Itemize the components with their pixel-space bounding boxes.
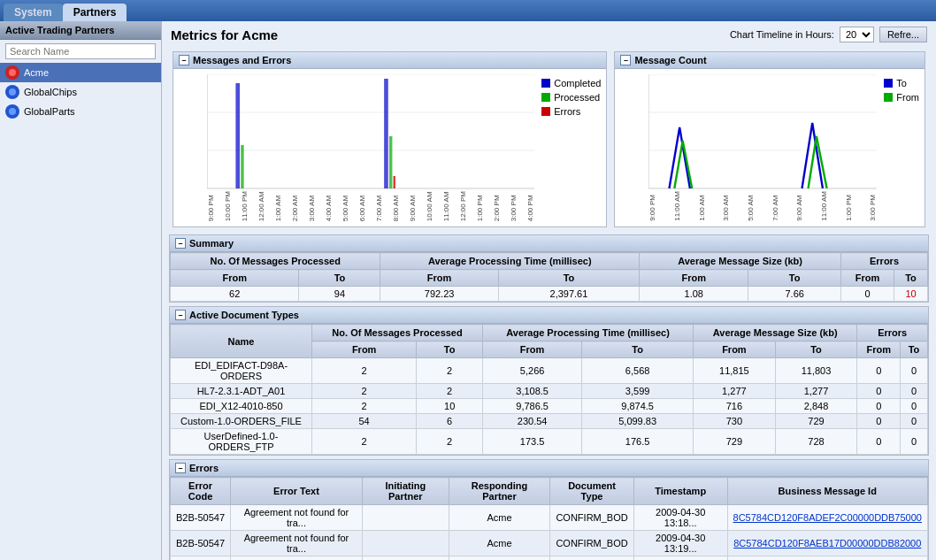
- sidebar-item-globalchips[interactable]: GlobalChips: [0, 82, 161, 102]
- doctype-err-from: 0: [857, 399, 901, 414]
- err-text: Agreement not found for tra...: [231, 505, 363, 531]
- partner-label-globalchips: GlobalChips: [24, 87, 77, 97]
- legend-dot-errors: [541, 107, 550, 116]
- collapse-icon-msg[interactable]: –: [179, 55, 189, 65]
- doctype-size-from: 729: [694, 429, 776, 455]
- header-controls: Chart Timeline in Hours: 20 12 24 48 Ref…: [730, 27, 927, 42]
- summary-subh-to2: To: [498, 270, 639, 287]
- messages-errors-title: Messages and Errors: [193, 55, 291, 65]
- active-doc-types-title: Active Document Types: [189, 310, 299, 320]
- summary-val-msg-to: 94: [299, 287, 380, 302]
- doctype-size-from: 11,815: [694, 358, 776, 384]
- doctype-size-to: 1,277: [775, 384, 857, 399]
- doctype-size-to: 2,848: [775, 399, 857, 414]
- summary-header: – Summary: [170, 235, 928, 252]
- summary-subh-to1: To: [299, 270, 380, 287]
- doctype-subh-from4: From: [857, 341, 901, 358]
- doctype-row: Custom-1.0-ORDERS_FILE 54 6 230.54 5,099…: [171, 414, 928, 429]
- summary-panel: – Summary No. Of Messages Processed Aver…: [169, 234, 929, 303]
- collapse-icon-doctype[interactable]: –: [175, 310, 186, 320]
- doctype-col-msgsize: Average Message Size (kb): [694, 325, 857, 341]
- summary-val-err-to: 10: [894, 287, 928, 302]
- doctype-name: HL7-2.3.1-ADT_A01: [171, 384, 312, 399]
- legend-label-processed: Processed: [554, 92, 600, 103]
- err-text: Agreement not found for tra...: [231, 556, 363, 560]
- err-col-code: Error Code: [171, 478, 231, 505]
- legend-label-to: To: [896, 78, 907, 88]
- tab-system[interactable]: System: [4, 4, 63, 21]
- svg-point-0: [9, 69, 16, 76]
- doctype-subh-from2: From: [483, 341, 582, 358]
- search-input[interactable]: [5, 43, 156, 59]
- summary-val-msg-from: 62: [171, 287, 299, 302]
- err-timestamp: 2009-04-30 13:19...: [633, 531, 727, 556]
- doctype-name: UserDefined-1.0-ORDERS_FTP: [171, 429, 312, 455]
- summary-subh-to4: To: [894, 270, 928, 287]
- err-resp: Acme: [449, 531, 549, 556]
- errors-table-scroll[interactable]: Error Code Error Text Initiating Partner…: [170, 477, 928, 560]
- doctype-subh-to4: To: [901, 341, 928, 358]
- doctype-col-errors: Errors: [857, 325, 928, 341]
- doctype-subh-to2: To: [582, 341, 694, 358]
- svg-rect-12: [241, 145, 243, 188]
- summary-val-size-to: 7.66: [748, 287, 841, 302]
- doctype-proc-from: 5,266: [483, 358, 582, 384]
- svg-rect-13: [384, 79, 388, 188]
- err-init: [362, 531, 449, 556]
- err-doctype: CONFIRM_BOD: [550, 505, 634, 531]
- doctype-proc-to: 5,099.83: [582, 414, 694, 429]
- summary-col-messages: No. Of Messages Processed: [171, 253, 380, 270]
- doctype-row: UserDefined-1.0-ORDERS_FTP 2 2 173.5 176…: [171, 429, 928, 455]
- doctype-err-to: 0: [901, 429, 928, 455]
- chart-timeline-select[interactable]: 20 12 24 48: [840, 27, 874, 42]
- doctype-proc-to: 176.5: [582, 429, 694, 455]
- collapse-icon-count[interactable]: –: [620, 55, 631, 65]
- x-axis-count: 9:00 PM11:00 AM1:00 AM3:00 AM 5:00 AM7:0…: [648, 189, 877, 221]
- sidebar-item-globalparts[interactable]: GlobalParts: [0, 102, 161, 121]
- doctype-size-from: 716: [694, 399, 776, 414]
- summary-subh-from4: From: [841, 270, 894, 287]
- doctype-name: EDI_X12-4010-850: [171, 399, 312, 414]
- err-col-timestamp: Timestamp: [633, 478, 727, 505]
- message-count-panel: – Message Count 60 30 0: [614, 51, 925, 227]
- collapse-icon-summary[interactable]: –: [175, 238, 186, 249]
- doctype-name: EDI_EDIFACT-D98A-ORDERS: [171, 358, 312, 384]
- legend-from: From: [884, 92, 919, 103]
- doctype-err-from: 0: [857, 429, 901, 455]
- doctype-msg-from: 2: [312, 384, 417, 399]
- error-row: B2B-50547 Agreement not found for tra...…: [171, 556, 928, 560]
- err-doctype: CONFIRM_BOD: [550, 531, 634, 556]
- partner-label-acme: Acme: [24, 67, 49, 78]
- charts-row: – Messages and Errors 90: [162, 48, 936, 231]
- messages-errors-chart: 90 45 0: [207, 74, 534, 189]
- messages-errors-header: – Messages and Errors: [173, 52, 606, 69]
- doctype-err-from: 0: [857, 414, 901, 429]
- x-axis-msg: 9:00 PM10:00 PM11:00 PM12:00 AM 1:00 AM2…: [207, 189, 534, 221]
- err-msgid[interactable]: 8C5784CD120F8AEB17D00000DDB82000: [727, 531, 927, 556]
- legend-processed: Processed: [541, 92, 601, 103]
- summary-val-err-from: 0: [841, 287, 894, 302]
- active-doc-types-table: Name No. Of Messages Processed Average P…: [170, 324, 928, 455]
- doctype-msg-from: 2: [312, 429, 417, 455]
- legend-dot-to: [884, 79, 893, 88]
- err-resp: Acme: [449, 556, 549, 560]
- err-msgid[interactable]: 8C5784CD120F8AEB1DB00000DDB89000: [727, 556, 927, 560]
- content-area: Metrics for Acme Chart Timeline in Hours…: [162, 21, 936, 560]
- message-count-header: – Message Count: [615, 52, 924, 69]
- summary-subh-from1: From: [171, 270, 299, 287]
- summary-col-msgsize: Average Message Size (kb): [640, 253, 841, 270]
- summary-col-proctime: Average Processing Time (millisec): [380, 253, 640, 270]
- tab-bar: System Partners: [0, 0, 936, 21]
- sidebar-item-acme[interactable]: Acme: [0, 63, 161, 82]
- doctype-msg-from: 2: [312, 358, 417, 384]
- err-resp: Acme: [449, 505, 549, 531]
- tab-partners[interactable]: Partners: [63, 4, 127, 21]
- collapse-icon-errors[interactable]: –: [175, 463, 186, 473]
- chart-timeline-label: Chart Timeline in Hours:: [730, 29, 834, 40]
- refresh-button[interactable]: Refre...: [879, 27, 927, 42]
- sidebar-title: Active Trading Partners: [0, 21, 161, 40]
- doctype-subh-from3: From: [694, 341, 776, 358]
- err-msgid[interactable]: 8C5784CD120F8ADEF2C00000DDB75000: [727, 505, 927, 531]
- doctype-proc-from: 3,108.5: [483, 384, 582, 399]
- legend-dot-from: [884, 93, 893, 102]
